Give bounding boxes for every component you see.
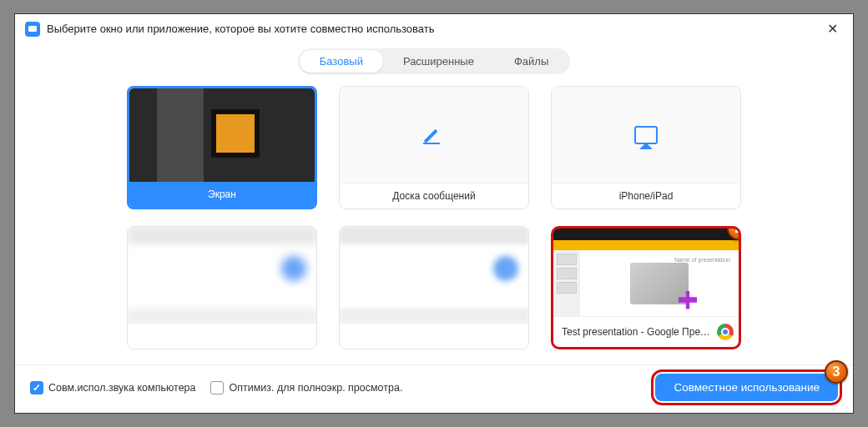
tabs: Базовый Расширенные Файлы xyxy=(15,48,853,74)
chrome-icon xyxy=(717,324,734,340)
airplay-icon xyxy=(634,126,658,144)
share-button-label: Совместное использование xyxy=(674,381,820,394)
checkbox-icon-unchecked xyxy=(210,381,224,394)
checkbox-share-audio[interactable]: Совм.испол.звука компьютера xyxy=(30,381,195,394)
app3-title: Test presentation - Google Презе... xyxy=(562,326,712,338)
zoom-app-icon xyxy=(25,22,40,37)
card-whiteboard[interactable]: Доска сообщений xyxy=(339,86,529,209)
card-app-presentation[interactable]: 2 Name of presentation Test presentation xyxy=(551,226,741,349)
card-screen[interactable]: Экран xyxy=(127,86,317,209)
card-label-app1 xyxy=(128,323,316,349)
puzzle-graphic xyxy=(630,263,689,304)
tab-group: Базовый Расширенные Файлы xyxy=(298,48,571,74)
app2-preview xyxy=(340,227,528,323)
card-app-2[interactable] xyxy=(339,226,529,349)
annotation-badge-3: 3 xyxy=(825,360,848,384)
checkbox-optimize-video[interactable]: Оптимиз. для полноэкр. просмотра. xyxy=(210,381,402,394)
screen-preview xyxy=(129,88,315,182)
card-iphone-ipad[interactable]: iPhone/iPad xyxy=(551,86,741,209)
optimize-label: Оптимиз. для полноэкр. просмотра. xyxy=(229,382,402,394)
tab-files[interactable]: Файлы xyxy=(494,50,568,73)
titlebar: Выберите окно или приложение, которое вы… xyxy=(15,14,853,43)
card-label-app2 xyxy=(340,323,528,349)
card-label-whiteboard: Доска сообщений xyxy=(340,183,528,208)
dialog-title: Выберите окно или приложение, которое вы… xyxy=(47,23,435,35)
share-options-grid: Экран Доска сообщений iPhone/iPad 2 xyxy=(15,86,853,349)
card-label-screen: Экран xyxy=(129,182,315,207)
checkbox-icon-checked xyxy=(30,381,43,394)
whiteboard-preview xyxy=(340,87,528,183)
tab-advanced[interactable]: Расширенные xyxy=(383,50,494,73)
footer: Совм.испол.звука компьютера Оптимиз. для… xyxy=(15,364,853,413)
tab-basic[interactable]: Базовый xyxy=(300,50,383,73)
pencil-icon xyxy=(423,124,445,146)
card-label-app3: Test presentation - Google Презе... xyxy=(553,316,739,347)
app3-preview: Name of presentation xyxy=(553,229,739,316)
iphone-preview xyxy=(552,87,740,183)
share-button[interactable]: 3 Совместное использование xyxy=(655,374,838,401)
share-dialog: Выберите окно или приложение, которое вы… xyxy=(14,13,854,414)
share-audio-label: Совм.испол.звука компьютера xyxy=(48,382,195,394)
close-icon[interactable]: ✕ xyxy=(822,19,843,38)
card-label-iphone: iPhone/iPad xyxy=(552,183,740,208)
card-app-1[interactable] xyxy=(127,226,317,349)
app1-preview xyxy=(128,227,316,323)
